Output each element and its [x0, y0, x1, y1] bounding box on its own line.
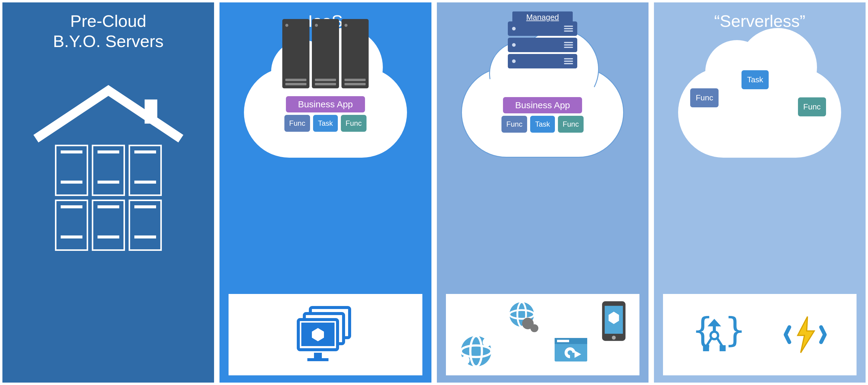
- func-pill: Func: [284, 115, 310, 132]
- svg-point-12: [483, 338, 491, 347]
- managed-server-icon: [508, 54, 577, 68]
- column-precloud: Pre-Cloud B.Y.O. Servers: [2, 2, 215, 383]
- svg-text:}: }: [725, 310, 745, 350]
- cloud-paas: Managed Business App Func Task Func: [461, 67, 624, 158]
- mobile-app-icon: [600, 300, 627, 342]
- cloud-iaas: Business App Func Task Func: [244, 67, 407, 158]
- business-app-pill: Business App: [503, 97, 582, 113]
- task-pill: Task: [742, 70, 768, 89]
- managed-label: Managed: [513, 11, 573, 23]
- vm-icon: [282, 19, 309, 88]
- task-pill: Task: [530, 116, 555, 133]
- serverless-iconbox: { }: [663, 294, 857, 375]
- func-pill: Func: [558, 116, 584, 133]
- iaas-pill-row: Func Task Func: [284, 115, 367, 132]
- app-service-web-icon: [505, 300, 541, 336]
- svg-marker-35: [798, 317, 814, 353]
- lightning-icon: [782, 312, 828, 357]
- house-diagram: [2, 78, 214, 251]
- server-grid: [55, 145, 162, 251]
- paas-pill-row: Func Task Func: [501, 116, 584, 133]
- serverless-task-wrap: Task: [742, 70, 768, 89]
- svg-point-17: [530, 324, 538, 332]
- server-icon: [92, 145, 125, 196]
- business-app-pill: Business App: [286, 96, 365, 112]
- server-icon: [55, 145, 88, 196]
- func-pill: Func: [798, 97, 826, 116]
- server-icon: [55, 200, 88, 251]
- column-iaas: IaaS Business App Func Task Func: [219, 2, 432, 383]
- func-pill: Func: [501, 116, 527, 133]
- vm-icon: [312, 19, 339, 88]
- column-paas: PaaS Managed Business App Func Task Func: [436, 2, 649, 383]
- cloud-serverless: Func Task Func: [678, 67, 841, 158]
- precloud-title: Pre-Cloud B.Y.O. Servers: [53, 11, 164, 51]
- svg-text:{: {: [692, 310, 713, 350]
- managed-server-icon: [508, 22, 577, 36]
- svg-rect-6: [307, 358, 329, 361]
- azure-functions-icon: { }: [692, 312, 737, 357]
- precloud-title-line2: B.Y.O. Servers: [53, 31, 164, 51]
- precloud-title-line1: Pre-Cloud: [70, 11, 147, 30]
- server-icon: [129, 200, 162, 251]
- task-pill: Task: [313, 115, 338, 132]
- func-pill: Func: [341, 115, 367, 132]
- vm-group-icon: [292, 305, 359, 365]
- serverless-func-wrap: Func: [690, 88, 718, 107]
- managed-stack: [508, 22, 577, 68]
- paas-iconbox: [446, 294, 640, 375]
- logic-app-icon: [553, 333, 589, 369]
- vm-row: [282, 19, 369, 88]
- svg-rect-34: [720, 345, 726, 351]
- svg-rect-20: [557, 340, 569, 342]
- svg-point-24: [612, 336, 616, 340]
- serverless-func2-wrap: Func: [798, 97, 826, 116]
- serverless-title: “Serverless”: [714, 11, 805, 31]
- app-service-icon: [458, 333, 494, 369]
- server-icon: [129, 145, 162, 196]
- iaas-iconbox: [228, 294, 422, 375]
- vm-icon: [341, 19, 369, 88]
- svg-rect-33: [703, 345, 709, 351]
- iaas-app-stack: Business App Func Task Func: [284, 96, 367, 132]
- column-serverless: “Serverless” Func Task Func { }: [653, 2, 866, 383]
- svg-rect-0: [145, 100, 157, 124]
- func-pill: Func: [690, 88, 718, 107]
- svg-point-11: [461, 356, 469, 365]
- paas-app-stack: Business App Func Task Func: [501, 97, 584, 133]
- svg-point-30: [711, 331, 718, 339]
- server-icon: [92, 200, 125, 251]
- house-icon: [30, 78, 187, 148]
- svg-rect-5: [314, 353, 322, 358]
- managed-server-icon: [508, 38, 577, 52]
